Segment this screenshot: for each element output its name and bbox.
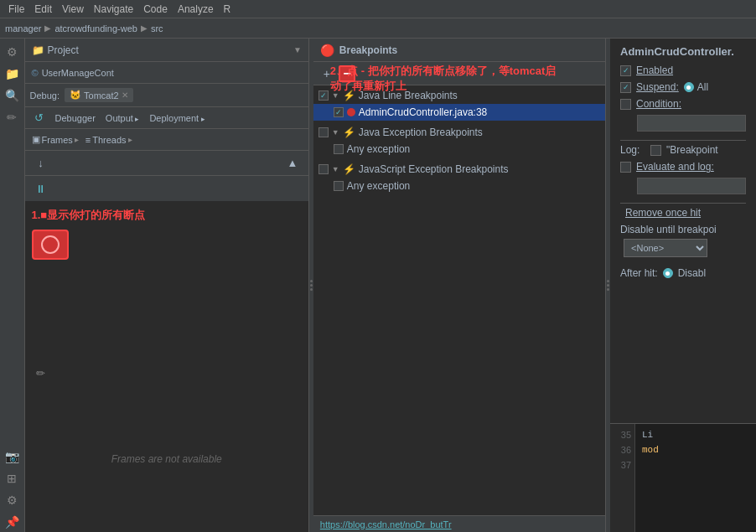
tomcat-close-icon[interactable]: ✕ (122, 90, 128, 100)
splitter-dots-2 (607, 280, 609, 291)
annotation-text-1: 1.■显示你打的所有断点 (32, 208, 302, 223)
suspend-all-radio[interactable] (684, 82, 694, 92)
bp-item-admin[interactable]: ✓ AdminCrudController.java:38 (313, 104, 605, 121)
evaluate-input-row (637, 178, 746, 194)
menu-code[interactable]: Code (138, 3, 173, 15)
pen-area: ✏ (25, 361, 308, 386)
sidebar-icon-camera[interactable]: 📷 (2, 447, 22, 467)
path-src[interactable]: src (151, 23, 163, 34)
sidebar-icon-layers[interactable]: ⊞ (2, 468, 22, 488)
sidebar-icon-pin[interactable]: 📌 (2, 512, 22, 532)
annotation-bubble: 2、点 - 把你打的所有断点移除了，等tomcat启 动了再重新打上 (330, 64, 556, 94)
frames-btn[interactable]: ▣ Frames ▸ (32, 134, 79, 145)
frames-threads-toolbar: ▣ Frames ▸ ≡ Threads ▸ (25, 129, 308, 151)
tomcat-tab[interactable]: 🐱 Tomcat2 ✕ (65, 88, 133, 102)
bp-item-checkbox-js-exception-any[interactable] (334, 181, 344, 191)
code-text-35: Li (642, 430, 653, 440)
sidebar-icon-2[interactable]: 📁 (2, 64, 22, 84)
sidebar-icon-3[interactable]: 🔍 (2, 85, 22, 106)
line-num-36: 36 (614, 442, 631, 457)
bp-group-label-java-exception: Java Exception Breakpoints (359, 127, 483, 138)
bp-group-header-js-exception[interactable]: ▼ ⚡ JavaScript Exception Breakpoints (313, 161, 605, 178)
path-manager[interactable]: manager (5, 23, 41, 34)
pause-area: ⏸ (25, 176, 308, 201)
suspend-checkbox[interactable] (620, 82, 631, 93)
sidebar-icon-1[interactable]: ⚙ (2, 42, 22, 62)
right-panel-title: AdminCrudController. (620, 45, 746, 58)
menu-navigate[interactable]: Navigate (89, 3, 138, 15)
threads-btn[interactable]: ≡ Threads ▸ (85, 135, 132, 145)
url-text: https://blog.csdn.net/noDr_butTr (320, 519, 452, 529)
enabled-row: Enabled (620, 65, 746, 76)
annotation-line1: 2、点 - 把你打的所有断点移除了，等tomcat启 (330, 64, 556, 79)
bp-list: ✓ ▼ ⚡ Java Line Breakpoints ✓ AdminCrudC… (313, 85, 605, 515)
frames-empty-text: Frames are not available (111, 453, 222, 465)
condition-input[interactable] (637, 115, 746, 132)
enabled-checkbox[interactable] (620, 65, 631, 76)
bp-group-header-java-exception[interactable]: ▼ ⚡ Java Exception Breakpoints (313, 124, 605, 141)
none-select[interactable]: <None> (624, 239, 707, 257)
frames-icon: ▣ (32, 134, 40, 145)
path-project[interactable]: atcrowdfunding-web (54, 23, 137, 34)
bp-group-checkbox-java-exception[interactable] (318, 127, 329, 137)
line-numbers: 35 36 37 (610, 424, 635, 532)
bp-item-checkbox-admin[interactable]: ✓ (334, 107, 344, 117)
class-icon: © (32, 68, 39, 78)
menu-edit[interactable]: Edit (29, 3, 57, 15)
sidebar-icon-4[interactable]: ✏ (2, 107, 22, 127)
pause-btn[interactable]: ⏸ (32, 179, 50, 198)
tomcat-icon: 🐱 (70, 90, 81, 101)
sidebar-icon-settings[interactable]: ⚙ (2, 490, 22, 510)
suspend-all-radio-row: All (684, 81, 708, 93)
menu-view[interactable]: View (57, 3, 89, 15)
bp-dot-admin (347, 108, 355, 116)
restart-btn[interactable]: ↺ (30, 109, 49, 127)
after-hit-radio[interactable] (663, 268, 673, 278)
output-btn[interactable]: Output ▸ (102, 111, 143, 125)
suspend-label: Suspend: (636, 81, 679, 93)
menu-r[interactable]: R (219, 3, 236, 15)
pen-btn[interactable]: ✏ (32, 364, 50, 383)
splitter-dots (310, 280, 313, 291)
menu-file[interactable]: File (3, 3, 29, 15)
bp-group-checkbox-js-exception[interactable] (318, 164, 329, 174)
debug-label: Debug: (30, 90, 60, 101)
separator-2 (620, 203, 746, 204)
breakpoint-dot (41, 235, 60, 254)
bp-item-checkbox-java-exception-any[interactable] (334, 144, 344, 154)
bp-item-java-exception-any[interactable]: Any exception (313, 141, 605, 158)
file-tab-name[interactable]: UserManageCont (42, 68, 114, 78)
condition-checkbox[interactable] (620, 99, 631, 110)
enabled-label[interactable]: Enabled (636, 65, 673, 76)
code-content: Li mod (635, 424, 756, 532)
debugger-btn[interactable]: Debugger (52, 111, 99, 125)
condition-label[interactable]: Condition: (636, 98, 681, 110)
log-text: "Breakpoint (666, 144, 718, 156)
log-label: Log: (620, 144, 645, 156)
lightning-icon-2: ⚡ (343, 127, 355, 138)
log-checkbox[interactable] (650, 145, 661, 156)
evaluate-input[interactable] (637, 178, 746, 194)
log-row: Log: "Breakpoint (620, 144, 746, 156)
deployment-btn[interactable]: Deployment ▸ (146, 111, 208, 125)
bp-group-checkbox-java-line[interactable]: ✓ (318, 90, 329, 101)
debug-toolbar: Debug: 🐱 Tomcat2 ✕ (25, 84, 308, 107)
threads-icon: ≡ (85, 135, 91, 145)
evaluate-label[interactable]: Evaluate and log: (636, 161, 714, 173)
threads-dropdown-icon: ▸ (128, 135, 132, 144)
url-bar[interactable]: https://blog.csdn.net/noDr_butTr (313, 515, 605, 532)
remove-once-label[interactable]: Remove once hit (625, 207, 701, 219)
project-dropdown-icon[interactable]: ▼ (293, 45, 302, 54)
frames-dropdown-icon: ▸ (75, 135, 79, 144)
bp-item-js-exception-any[interactable]: Any exception (313, 178, 605, 194)
path-arrow-1: ▶ (44, 23, 51, 33)
up-btn[interactable]: ▲ (283, 154, 302, 173)
bp-group-java-exception: ▼ ⚡ Java Exception Breakpoints Any excep… (313, 122, 605, 159)
menu-analyze[interactable]: Analyze (173, 3, 219, 15)
evaluate-checkbox[interactable] (620, 162, 631, 173)
breakpoint-badge[interactable] (32, 230, 69, 260)
step-over-btn[interactable]: ↓ (32, 154, 50, 173)
main-layout: ⚙ 📁 🔍 ✏ 📷 ⊞ ⚙ 📌 📁 Project ▼ © UserManage… (0, 39, 756, 532)
project-label[interactable]: Project (48, 44, 79, 56)
suspend-row: Suspend: All (620, 81, 746, 93)
